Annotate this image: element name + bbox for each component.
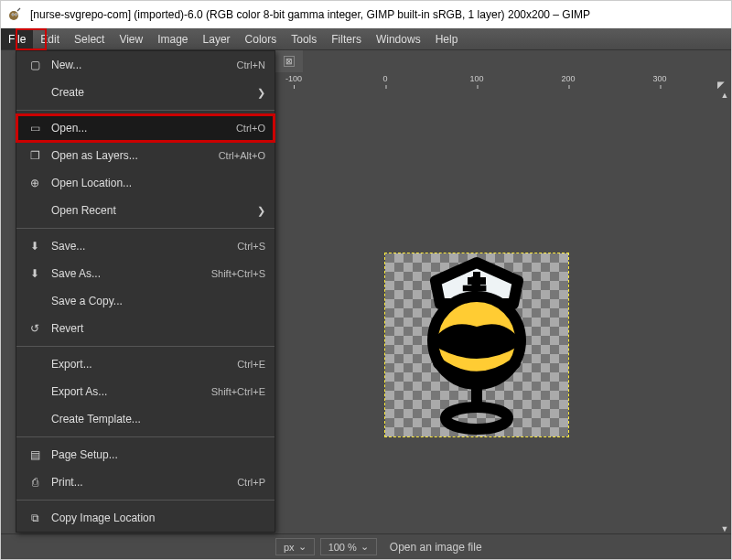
svg-point-4 — [16, 14, 16, 15]
chevron-down-icon: ⌄ — [361, 541, 369, 553]
menu-shortcut: Ctrl+Alt+O — [219, 150, 265, 161]
menu-shortcut: Shift+Ctrl+S — [211, 268, 265, 279]
menu-open[interactable]: ▭ Open... Ctrl+O — [16, 114, 274, 142]
menubar-windows[interactable]: Windows — [369, 28, 428, 49]
menu-export-as[interactable]: Export As... Shift+Ctrl+E — [16, 378, 274, 405]
menu-revert[interactable]: ↺ Revert — [16, 315, 274, 342]
menu-shortcut: Shift+Ctrl+E — [211, 386, 265, 397]
menu-save[interactable]: ⬇ Save... Ctrl+S — [16, 232, 274, 260]
menubar-image[interactable]: Image — [150, 28, 195, 49]
menu-shortcut: Ctrl+N — [237, 59, 265, 70]
menubar-select[interactable]: Select — [67, 28, 112, 49]
menu-label: Open as Layers... — [51, 149, 219, 162]
menubar-view[interactable]: View — [112, 28, 150, 49]
gimp-window: [nurse-svgrepo-com] (imported)-6.0 (RGB … — [0, 0, 732, 560]
menu-separator — [16, 110, 274, 111]
ruler-tick: 200 — [561, 74, 575, 83]
unit-selector[interactable]: px ⌄ — [275, 538, 315, 555]
open-file-icon: ▭ — [26, 122, 44, 135]
menu-open-location[interactable]: ⊕ Open Location... — [16, 169, 274, 197]
zoom-selector[interactable]: 100 % ⌄ — [320, 538, 377, 555]
menu-label: Revert — [51, 322, 265, 335]
menu-separator — [16, 346, 274, 347]
ruler-tick: -100 — [285, 74, 302, 83]
menu-separator — [16, 500, 274, 501]
menu-save-as[interactable]: ⬇ Save As... Shift+Ctrl+S — [16, 260, 274, 287]
menu-label: Export... — [51, 358, 237, 371]
menubar-filters[interactable]: Filters — [324, 28, 369, 49]
menu-page-setup[interactable]: ▤ Page Setup... — [16, 441, 274, 468]
nurse-image — [385, 253, 568, 436]
document-tab[interactable]: ⊠ — [275, 50, 303, 72]
gimp-app-icon — [8, 7, 23, 22]
menubar-edit[interactable]: Edit — [33, 28, 67, 49]
menu-label: Page Setup... — [51, 448, 265, 461]
menu-separator — [16, 436, 274, 437]
file-dropdown: ▢ New... Ctrl+N Create ❯ ▭ Open... Ctrl+… — [16, 50, 275, 533]
menu-label: Save As... — [51, 267, 211, 280]
menu-label: Open Recent — [51, 204, 252, 217]
ruler-tick: 300 — [652, 74, 666, 83]
ruler-horizontal: -100 0 100 200 300 — [275, 72, 731, 89]
print-icon: ⎙ — [26, 476, 44, 489]
menu-shortcut: Ctrl+S — [237, 241, 265, 252]
titlebar: [nurse-svgrepo-com] (imported)-6.0 (RGB … — [1, 1, 731, 28]
scroll-up-icon[interactable]: ▲ — [718, 89, 731, 102]
menu-print[interactable]: ⎙ Print... Ctrl+P — [16, 468, 274, 496]
page-icon: ▤ — [26, 448, 44, 461]
menu-label: Save a Copy... — [51, 295, 265, 307]
menu-label: Print... — [51, 476, 237, 489]
menubar-colors[interactable]: Colors — [238, 28, 285, 49]
menu-label: Create — [51, 86, 252, 99]
menu-create[interactable]: Create ❯ — [16, 79, 274, 106]
layers-icon: ❐ — [26, 149, 44, 162]
menu-shortcut: Ctrl+O — [236, 123, 265, 134]
copy-icon: ⧉ — [26, 512, 44, 524]
svg-point-0 — [9, 11, 18, 20]
menu-label: Create Template... — [51, 413, 265, 425]
svg-point-6 — [446, 407, 508, 429]
close-icon[interactable]: ⊠ — [284, 56, 295, 67]
svg-point-2 — [12, 14, 13, 15]
globe-icon: ⊕ — [26, 177, 44, 189]
menu-label: Copy Image Location — [51, 512, 265, 524]
menu-shortcut: Ctrl+E — [237, 359, 265, 370]
menu-copy-image-location[interactable]: ⧉ Copy Image Location — [16, 504, 274, 532]
zoom-label: 100 % — [328, 542, 357, 553]
status-hint: Open an image file — [390, 541, 482, 554]
window-title: [nurse-svgrepo-com] (imported)-6.0 (RGB … — [30, 8, 590, 21]
menubar: File Edit Select View Image Layer Colors… — [1, 28, 731, 50]
menubar-tools[interactable]: Tools — [284, 28, 324, 49]
unit-label: px — [284, 542, 295, 553]
image-canvas[interactable] — [385, 253, 568, 436]
revert-icon: ↺ — [26, 322, 44, 335]
menu-open-as-layers[interactable]: ❐ Open as Layers... Ctrl+Alt+O — [16, 142, 274, 169]
menu-label: New... — [51, 59, 237, 71]
menu-save-copy[interactable]: Save a Copy... — [16, 287, 274, 315]
chevron-right-icon: ❯ — [257, 205, 265, 217]
canvas-area[interactable] — [275, 89, 731, 535]
chevron-right-icon: ❯ — [257, 87, 265, 99]
menu-label: Open Location... — [51, 177, 265, 189]
save-icon: ⬇ — [26, 240, 44, 253]
menu-label: Export As... — [51, 385, 211, 398]
ruler-tick: 0 — [382, 74, 387, 83]
menu-shortcut: Ctrl+P — [237, 477, 265, 488]
menu-open-recent[interactable]: Open Recent ❯ — [16, 197, 274, 224]
menu-label: Open... — [51, 122, 236, 135]
ruler-tick: 100 — [469, 74, 483, 83]
chevron-down-icon: ⌄ — [298, 541, 307, 553]
menubar-help[interactable]: Help — [428, 28, 466, 49]
menu-label: Save... — [51, 240, 237, 253]
menu-new[interactable]: ▢ New... Ctrl+N — [16, 51, 274, 79]
save-as-icon: ⬇ — [26, 267, 44, 280]
statusbar: px ⌄ 100 % ⌄ Open an image file — [1, 533, 731, 559]
menubar-layer[interactable]: Layer — [196, 28, 238, 49]
vertical-scrollbar[interactable]: ▲ ▼ — [718, 89, 731, 535]
menu-export[interactable]: Export... Ctrl+E — [16, 350, 274, 378]
new-file-icon: ▢ — [26, 59, 44, 71]
menu-separator — [16, 228, 274, 229]
menu-create-template[interactable]: Create Template... — [16, 405, 274, 433]
menubar-file[interactable]: File — [1, 28, 33, 49]
